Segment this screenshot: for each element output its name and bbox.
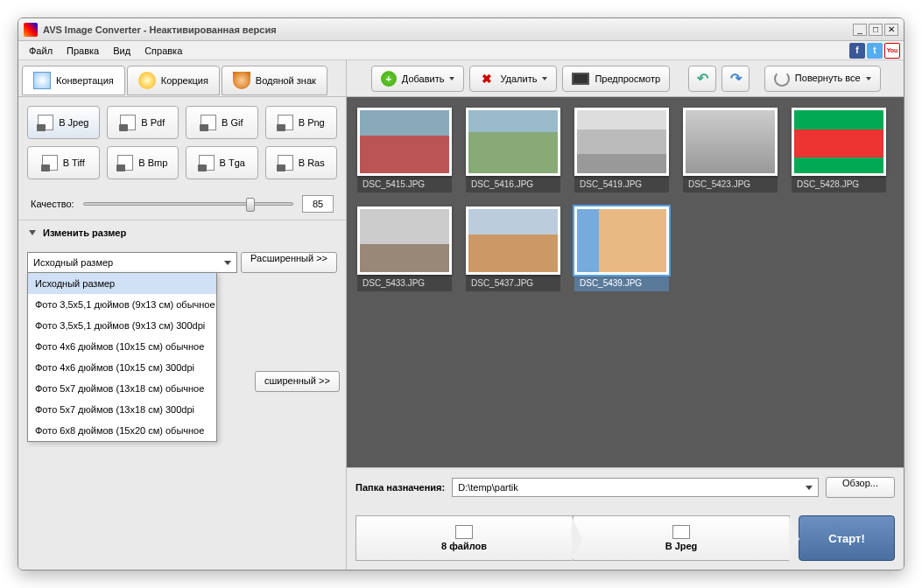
close-button[interactable]: ✕ [884, 24, 898, 36]
quality-value[interactable]: 85 [302, 195, 334, 213]
format-tiff-button[interactable]: В Tiff [27, 146, 100, 179]
undo-icon [694, 71, 710, 87]
menubar: Файл Правка Вид Справка f t You [18, 41, 904, 60]
menu-help[interactable]: Справка [137, 43, 189, 59]
thumbnail[interactable]: DSC_5415.JPG [357, 108, 452, 192]
preview-icon [572, 73, 589, 85]
resize-selected: Исходный размер [33, 257, 113, 268]
format-pdf-button[interactable]: В Pdf [107, 106, 179, 139]
destination-input[interactable]: D:\temp\partik [452, 478, 819, 497]
jpeg-icon [38, 115, 53, 130]
files-icon [455, 525, 473, 539]
thumbnail[interactable]: DSC_5416.JPG [466, 108, 560, 192]
resize-option-7[interactable]: Фото 6x8 дюймов (15x20 см) обычное [28, 420, 216, 441]
maximize-button[interactable]: □ [869, 24, 883, 36]
mode-tabs: Конвертация Коррекция Водяной знак [18, 60, 346, 97]
preview-button[interactable]: Предпросмотр [562, 66, 670, 92]
slider-thumb[interactable] [246, 198, 255, 212]
minimize-button[interactable]: _ [853, 24, 867, 36]
add-button[interactable]: + Добавить [371, 66, 465, 92]
format-bmp-button[interactable]: В Bmp [107, 146, 179, 179]
resize-title: Изменить размер [43, 228, 126, 238]
flow-format-label: В Jpeg [665, 541, 698, 551]
summary-flow: 8 файлов В Jpeg Старт! [347, 507, 904, 570]
thumbnail[interactable]: DSC_5423.JPG [683, 108, 778, 192]
resize-combo[interactable]: Исходный размер [27, 252, 237, 273]
thumbnail-image [357, 206, 452, 275]
advanced-button-2[interactable]: сширенный >> [255, 371, 340, 392]
menu-file[interactable]: Файл [22, 43, 60, 59]
delete-icon: ✖ [479, 71, 495, 87]
left-panel: Конвертация Коррекция Водяной знак В Jpe… [18, 60, 347, 570]
format-grid: В Jpeg В Pdf В Gif В Png В Tiff В Bmp В … [18, 97, 346, 188]
thumbnail[interactable]: DSC_5433.JPG [357, 206, 452, 291]
chevron-down-icon [449, 77, 454, 80]
twitter-icon[interactable]: t [867, 43, 883, 59]
window-controls: _ □ ✕ [853, 24, 898, 36]
thumbnail[interactable]: DSC_5439.JPG [574, 206, 669, 291]
thumbnail-label: DSC_5415.JPG [357, 176, 452, 192]
resize-section: Изменить размер Исходный размер Расширен… [18, 220, 346, 280]
youtube-icon[interactable]: You [884, 43, 900, 59]
redo-button[interactable] [721, 66, 750, 92]
resize-header[interactable]: Изменить размер [18, 220, 346, 245]
thumbnail-image [357, 108, 452, 176]
titlebar: AVS Image Converter - Неактивированная в… [18, 18, 904, 41]
format-ras-button[interactable]: В Ras [265, 146, 338, 179]
correct-icon [138, 72, 156, 89]
format-tga-button[interactable]: В Tga [186, 146, 258, 179]
browse-button[interactable]: Обзор... [826, 477, 895, 498]
resize-option-0[interactable]: Исходный размер [28, 273, 216, 294]
tab-watermark-label: Водяной знак [256, 75, 316, 86]
png-icon [278, 115, 293, 130]
resize-body: Исходный размер Расширенный >> Исходный … [18, 245, 346, 280]
pdf-icon [120, 115, 136, 130]
thumbnail-image [683, 108, 778, 176]
toolbar: + Добавить ✖ Удалить Предпросмотр [347, 60, 904, 97]
resize-option-3[interactable]: Фото 4x6 дюймов (10x15 см) обычное [28, 336, 216, 357]
tab-convert-label: Конвертация [56, 75, 114, 86]
thumbnail[interactable]: DSC_5428.JPG [792, 108, 886, 192]
thumbnail-area: DSC_5415.JPG DSC_5416.JPG DSC_5419.JPG D… [347, 97, 904, 467]
tab-convert[interactable]: Конвертация [22, 66, 125, 95]
add-icon: + [381, 71, 397, 87]
flow-format: В Jpeg [573, 515, 790, 561]
thumbnail-image [574, 206, 669, 275]
rotate-all-button[interactable]: Повернуть все [764, 66, 881, 92]
resize-option-1[interactable]: Фото 3,5x5,1 дюймов (9x13 см) обычное [28, 294, 216, 315]
resize-option-4[interactable]: Фото 4x6 дюймов (10x15 см) 300dpi [28, 357, 216, 378]
bmp-icon [117, 155, 133, 171]
menu-view[interactable]: Вид [106, 43, 137, 59]
delete-button[interactable]: ✖ Удалить [469, 66, 557, 92]
advanced-button[interactable]: Расширенный >> [241, 252, 337, 273]
menu-edit[interactable]: Правка [60, 43, 106, 59]
right-panel: + Добавить ✖ Удалить Предпросмотр [347, 60, 904, 570]
quality-slider[interactable] [83, 202, 293, 206]
watermark-icon [233, 72, 250, 89]
thumbnail-image [574, 108, 669, 176]
resize-option-2[interactable]: Фото 3,5x5,1 дюймов (9x13 см) 300dpi [28, 315, 216, 336]
chevron-down-icon [866, 77, 871, 80]
thumbnail-image [792, 108, 886, 176]
format-icon [672, 525, 690, 539]
tab-watermark[interactable]: Водяной знак [222, 66, 327, 95]
gif-icon [201, 115, 216, 130]
resize-option-5[interactable]: Фото 5x7 дюймов (13x18 см) обычное [28, 378, 216, 399]
thumbnail-label: DSC_5439.JPG [574, 275, 669, 291]
format-gif-button[interactable]: В Gif [186, 106, 258, 139]
convert-icon [33, 72, 51, 89]
content-body: Конвертация Коррекция Водяной знак В Jpe… [18, 60, 904, 570]
format-jpeg-button[interactable]: В Jpeg [27, 106, 100, 139]
resize-option-6[interactable]: Фото 5x7 дюймов (13x18 см) 300dpi [28, 399, 216, 420]
thumbnail[interactable]: DSC_5437.JPG [466, 206, 560, 291]
collapse-icon [29, 230, 36, 235]
thumbnail[interactable]: DSC_5419.JPG [574, 108, 669, 192]
undo-button[interactable] [688, 66, 716, 92]
redo-icon [728, 71, 743, 87]
destination-label: Папка назначения: [355, 482, 445, 493]
facebook-icon[interactable]: f [849, 43, 865, 59]
start-button[interactable]: Старт! [799, 515, 895, 561]
tab-correct[interactable]: Коррекция [127, 66, 220, 95]
quality-label: Качество: [31, 199, 74, 209]
format-png-button[interactable]: В Png [265, 106, 338, 139]
